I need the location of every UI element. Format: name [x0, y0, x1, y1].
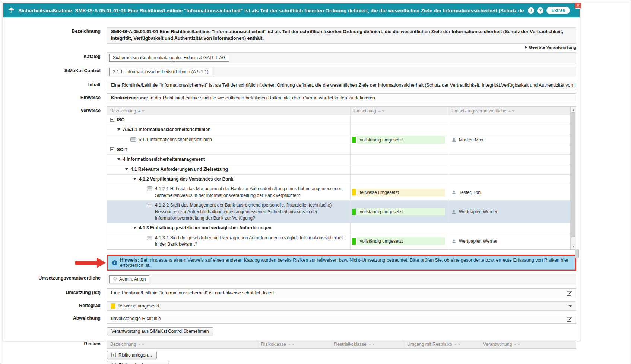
row-hinweise: Hinweise Konkretisierung: In der Richtli…: [3, 93, 580, 103]
sort-icons[interactable]: [138, 110, 145, 112]
sort-icons[interactable]: [138, 344, 145, 345]
tree-expanded-icon[interactable]: [117, 128, 120, 131]
measure-icon: [147, 236, 152, 240]
inhalt-field[interactable]: Eine Richtlinie/Leitlinie "Informationss…: [107, 81, 576, 90]
row-simakat-control: SiMaKat Control 2.1.1. Informationssiche…: [3, 67, 580, 77]
plus-icon: [111, 353, 116, 357]
edit-icon[interactable]: [567, 290, 572, 296]
bezeichnung-field[interactable]: SMK-IS-A.05.01.01-01 Eine Richtlinie/Lei…: [107, 27, 576, 44]
sort-icons[interactable]: [368, 344, 375, 345]
geerbte-verantwortung-toggle[interactable]: Geerbte Verantwortung: [3, 45, 576, 50]
table-row-measure-selected[interactable]: 4.1.2-2 Stellt das Management der Bank a…: [107, 201, 570, 223]
column-header-verantwortung[interactable]: Verantwortung: [480, 340, 576, 348]
sort-icons[interactable]: [514, 344, 520, 345]
table-row-measure[interactable]: 4.1.3-1 Sind die gesetzlichen und vertra…: [107, 233, 570, 249]
help-icon[interactable]: ?: [537, 7, 543, 14]
tree-expanded-icon[interactable]: [133, 227, 136, 229]
row-bezeichnung: Bezeichnung SMK-IS-A.05.01.01-01 Eine Ri…: [3, 27, 580, 44]
measure-icon: [130, 137, 136, 142]
person-icon: [451, 239, 456, 244]
scroll-up-icon[interactable]: ▲: [571, 107, 576, 112]
info-icon: i: [112, 260, 117, 265]
umbrella-icon: ☂: [8, 7, 15, 14]
status-text: vollständig umgesetzt: [357, 237, 445, 245]
verantwortung-uebernehmen-button[interactable]: Verantwortung aus SiMaKat Control überne…: [107, 327, 213, 335]
katalog-chip[interactable]: Sicherheitsmaßnahmenkatalog der Fiducia …: [109, 54, 229, 62]
status-text: teilweise umgesetzt: [357, 189, 445, 196]
katalog-label: Katalog: [3, 52, 107, 63]
table-row-group-iso[interactable]: ISO: [107, 115, 570, 125]
column-header-umgang-mit-restrisiko[interactable]: Umgang mit Restrisiko: [404, 340, 480, 348]
form-content: Bezeichnung SMK-IS-A.05.01.01-01 Eine Ri…: [3, 17, 580, 364]
row-abweichung: Abweichung unvollständige Richtlinie: [3, 314, 580, 324]
collapse-icon[interactable]: [110, 118, 114, 122]
table-row-node[interactable]: 4.1.3 Einhaltung gesetzlicher und vertra…: [107, 223, 570, 233]
scroll-down-icon[interactable]: ▼: [571, 244, 576, 249]
chevron-down-icon[interactable]: [568, 305, 572, 307]
verweise-table-header: Bezeichnung Umsetzung Umsetzungsverantwo…: [107, 107, 570, 115]
umsetzungsverantwortliche-label: Umsetzungsverantwortliche: [3, 274, 107, 285]
column-header-umsetzung[interactable]: Umsetzung: [350, 107, 448, 115]
table-row-measure[interactable]: 4.1.2-1 Hat sich das Management der Bank…: [107, 184, 570, 201]
scrollbar-thumb[interactable]: [571, 112, 575, 237]
column-header-bezeichnung[interactable]: Bezeichnung: [107, 340, 258, 348]
annotation-red-box: i Hinweis: Bei mindestens einem Verweis …: [107, 255, 576, 271]
sort-icons[interactable]: [378, 110, 385, 112]
close-icon[interactable]: ✕: [575, 3, 581, 9]
trash-icon[interactable]: [113, 277, 117, 281]
risiko-anlegen-button[interactable]: Risiko anlegen…: [107, 351, 157, 359]
tree-expanded-icon[interactable]: [125, 168, 128, 170]
row-risiken-kopieren: Risiken kopieren von…: [3, 361, 580, 364]
sort-icons[interactable]: [508, 110, 515, 112]
info-icon[interactable]: i: [528, 7, 534, 14]
tree-expanded-icon[interactable]: [117, 158, 120, 160]
person-icon: [451, 137, 456, 142]
window-title: Sicherheitsmaßnahme: SMK-IS-A.05.01.01-0…: [18, 8, 524, 13]
table-row-node[interactable]: 4.1.2 Verpflichtung des Vorstandes der B…: [107, 175, 570, 184]
hint-text: Hinweis: Bei mindestens einem Verweis au…: [120, 258, 571, 268]
form-scrollbar-thumb[interactable]: [575, 249, 579, 258]
sort-icons[interactable]: [288, 344, 295, 345]
status-color-green: [352, 209, 356, 215]
verweise-table: Bezeichnung Umsetzung Umsetzungsverantwo…: [107, 106, 576, 249]
table-row-group-soit[interactable]: SOIT: [107, 145, 570, 155]
risiken-kopieren-button[interactable]: Risiken kopieren von…: [107, 361, 169, 364]
abweichung-label: Abweichung: [3, 314, 107, 324]
reifegrad-select[interactable]: teilweise umgesetzt: [107, 301, 576, 311]
tree-expanded-icon[interactable]: [133, 178, 136, 180]
titlebar-icons: i ? Extras: [528, 7, 570, 14]
edit-icon[interactable]: [567, 316, 572, 322]
collapse-icon[interactable]: [110, 147, 114, 151]
responsible-name: Wertpapier, Werner: [459, 209, 498, 214]
column-header-risikoklasse[interactable]: Risikoklasse: [258, 340, 331, 348]
column-header-restrisikoklasse[interactable]: Restrisikoklasse: [331, 340, 404, 348]
verweise-label: Verweise: [3, 106, 107, 249]
sort-icons[interactable]: [454, 344, 461, 345]
measure-icon: [147, 186, 152, 191]
table-scrollbar[interactable]: ▲ ▼: [570, 107, 576, 249]
simakat-chip[interactable]: 2.1.1. Informationssicherheitsrichtlinie…: [109, 68, 212, 76]
row-inhalt: Inhalt Eine Richtlinie/Leitlinie "Inform…: [3, 81, 580, 90]
expander-icon: [525, 46, 527, 49]
inhalt-label: Inhalt: [3, 81, 107, 90]
person-icon: [451, 190, 456, 195]
row-reifegrad: Reifegrad teilweise umgesetzt: [3, 301, 580, 311]
responsible-chip[interactable]: Admin, Anton: [109, 275, 149, 283]
app-window: ☂ Sicherheitsmaßnahme: SMK-IS-A.05.01.01…: [3, 3, 580, 341]
column-header-bezeichnung[interactable]: Bezeichnung: [107, 107, 350, 115]
table-row-node[interactable]: 4.1 Relevante Anforderungen und Zielsetz…: [107, 165, 570, 175]
risiken-table-header: Bezeichnung Risikoklasse Restrisikoklass…: [107, 340, 576, 349]
column-header-umsetzungsverantwortliche[interactable]: Umsetzungsverantwortliche: [448, 107, 570, 115]
extras-button[interactable]: Extras: [546, 7, 570, 14]
hinweise-field[interactable]: Konkretisierung: In der Richtlinie/Leitl…: [107, 93, 576, 103]
responsible-name: Tester, Toni: [459, 190, 481, 195]
umsetzung-ist-field[interactable]: Eine Richtlinie/Leitlinie "Informationss…: [107, 288, 576, 298]
status-color-green: [352, 137, 356, 143]
table-row-measure[interactable]: 5.1.1 Informationssicherheitsleitlinien …: [107, 135, 570, 145]
abweichung-field[interactable]: unvollständige Richtlinie: [107, 314, 576, 324]
row-umsetzung-ist: Umsetzung (Ist) Eine Richtlinie/Leitlini…: [3, 288, 580, 298]
status-color-yellow: [352, 189, 356, 195]
table-row-node[interactable]: A.5.1.1 Informationssicherheitsrichtlini…: [107, 125, 570, 135]
table-row-node[interactable]: 4 Informationssicherheitsmanagement: [107, 155, 570, 165]
risiken-label: Risiken: [3, 340, 107, 349]
